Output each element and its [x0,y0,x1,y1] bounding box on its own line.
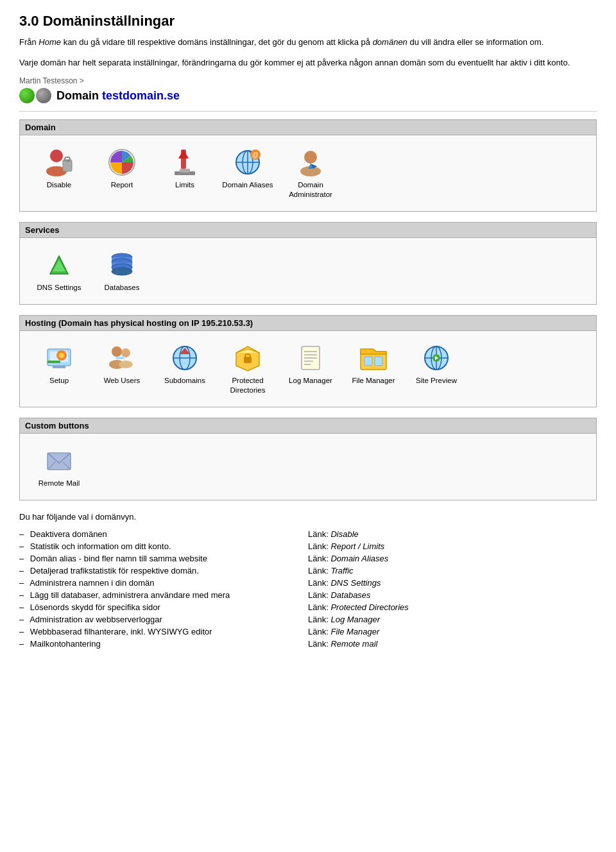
report-label: Report [111,180,133,190]
log-manager-item[interactable]: Log Manager [282,339,339,399]
intro-paragraph-1: Från Home kan du gå vidare till respekti… [19,36,597,49]
domain-disable-item[interactable]: Disable [30,143,88,203]
dns-settings-item[interactable]: DNS Settings [30,246,88,296]
databases-icon [107,250,137,280]
list-item-text: Domän alias - bind fler namn till samma … [30,554,207,563]
domain-administrator-icon [295,147,326,178]
domain-section-header: Domain [20,120,596,135]
dns-settings-label: DNS Settings [37,283,81,293]
report-icon [107,147,137,178]
list-item: – Domän alias - bind fler namn till samm… [19,552,597,565]
domain-section: Domain Disable [19,119,597,212]
status-green-icon [19,88,35,103]
svg-point-35 [121,348,130,357]
site-preview-item[interactable]: Site Preview [407,339,465,399]
svg-rect-32 [47,361,60,363]
features-list: – Deaktivera domänen Länk: Disable – Sta… [19,528,597,650]
web-users-item[interactable]: Web Users [93,339,151,399]
setup-item[interactable]: Setup [30,339,88,399]
list-intro: Du har följande val i domänvyn. [19,511,597,524]
list-item-link[interactable]: File Manager [330,627,379,636]
file-manager-icon [358,343,389,373]
file-manager-item[interactable]: File Manager [345,339,402,399]
protected-directories-icon [232,343,263,373]
list-item-link[interactable]: Databases [330,590,370,600]
list-item: – Administration av webbserverloggar Län… [19,613,597,626]
file-manager-label: File Manager [352,376,395,386]
remote-mail-icon [44,445,74,476]
list-item: – Statistik och information om ditt kont… [19,540,597,552]
list-item-text: Detaljerad trafikstatistik för respektiv… [30,566,199,575]
list-item-link[interactable]: Protected Directories [330,602,408,612]
list-item: – Lösenords skydd för specifika sidor Lä… [19,601,597,613]
domain-limits-item[interactable]: Limits [156,143,214,203]
svg-marker-6 [178,149,189,158]
domain-report-item[interactable]: Report [93,143,151,203]
domain-name[interactable]: testdomain.se [102,89,180,102]
header-divider [19,111,597,112]
custom-buttons-section: Custom buttons Remote Mail [19,418,597,500]
list-item: – Deaktivera domänen Länk: Disable [19,528,597,540]
domain-aliases-label: Domain Aliases [222,180,273,190]
remote-mail-item[interactable]: Remote Mail [30,441,88,492]
svg-rect-29 [53,366,65,368]
list-item-text: Webbbaserad filhanterare, inkl. WYSIWYG … [30,627,212,636]
domain-aliases-item[interactable]: @ Domain Aliases [219,143,277,203]
hosting-section-content: Setup Web Users [20,331,596,407]
svg-rect-8 [180,169,190,173]
disable-icon [44,147,74,178]
list-item-link[interactable]: Remote mail [330,639,377,649]
list-item-text: Administrera namnen i din domän [30,578,154,588]
page-title: 3.0 Domäninställningar [19,13,597,30]
svg-point-0 [50,149,63,162]
list-item: – Webbbaserad filhanterare, inkl. WYSIWY… [19,626,597,638]
domain-aliases-icon: @ [232,147,263,178]
limits-label: Limits [175,180,194,190]
services-section-content: DNS Settings Databases [20,238,596,304]
disable-label: Disable [47,180,71,190]
list-item-link[interactable]: Disable [330,529,358,539]
list-item: – Mailkontohantering Länk: Remote mail [19,638,597,650]
limits-icon [169,147,200,178]
list-item-link[interactable]: DNS Settings [330,578,381,588]
list-item-link[interactable]: Report / Limits [330,541,384,551]
svg-point-15 [304,151,317,164]
hosting-section: Hosting (Domain has physical hosting on … [19,315,597,407]
domain-label: Domain testdomain.se [56,89,180,103]
svg-point-36 [119,361,133,368]
setup-label: Setup [49,376,69,386]
svg-point-31 [59,353,64,358]
status-grey-icon [36,88,51,103]
svg-rect-37 [116,357,124,359]
log-manager-label: Log Manager [289,376,332,386]
list-item-link[interactable]: Traffic [330,566,353,575]
databases-item[interactable]: Databases [93,246,151,296]
hosting-section-header: Hosting (Domain has physical hosting on … [20,316,596,331]
list-item-link[interactable]: Domain Aliases [330,554,388,563]
intro-paragraph-2: Varje domän har helt separata inställnin… [19,56,597,69]
services-section: Services DNS Settings [19,222,597,305]
subdomains-icon [169,343,200,373]
custom-buttons-section-header: Custom buttons [20,418,596,434]
breadcrumb: Martin Testesson > [19,76,597,85]
svg-point-33 [112,346,122,357]
domain-status-icons [19,88,51,103]
svg-rect-52 [375,357,382,366]
list-item-text: Mailkontohantering [30,639,101,649]
domain-administrator-item[interactable]: Domain Administrator [282,143,339,203]
protected-directories-label: Protected Directories [221,376,274,395]
list-item-link[interactable]: Log Manager [330,615,380,624]
web-users-label: Web Users [104,376,141,386]
list-item-text: Administration av webbserverloggar [30,615,162,624]
list-item-text: Lösenords skydd för specifika sidor [30,602,160,612]
list-item-text: Lägg till databaser, administrera använd… [30,590,230,600]
protected-directories-item[interactable]: Protected Directories [219,339,277,399]
svg-point-26 [112,268,132,275]
services-section-header: Services [20,223,596,238]
list-item-text: Deaktivera domänen [30,529,107,539]
list-item: – Detaljerad trafikstatistik för respekt… [19,565,597,577]
remote-mail-label: Remote Mail [38,479,80,488]
subdomains-item[interactable]: Subdomains [156,339,214,399]
domain-section-content: Disable Report [20,135,596,211]
databases-label: Databases [105,283,140,293]
